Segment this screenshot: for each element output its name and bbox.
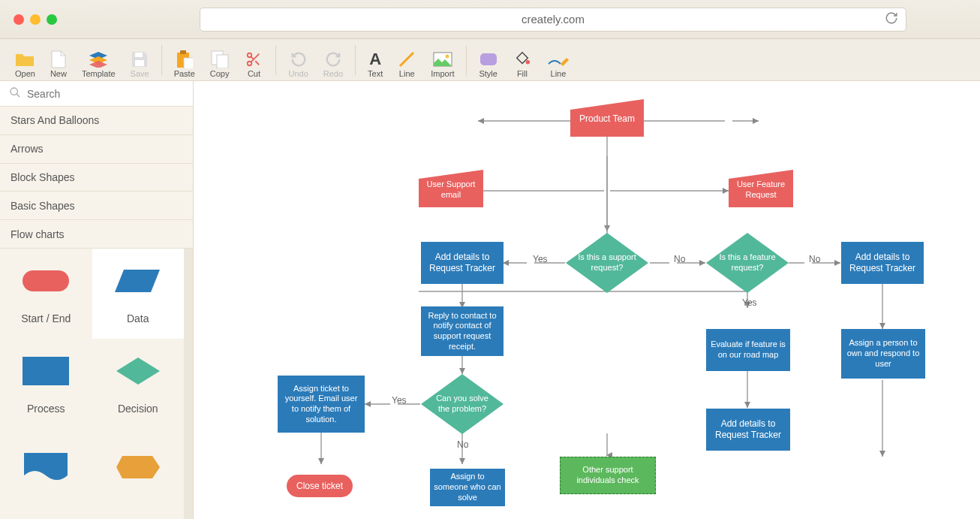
node-assign-person[interactable]: Assign a person to own and respond to us… [841,329,925,379]
node-feature-request-label: User Feature Request [729,174,793,206]
node-add-details-1[interactable]: Add details to Request Tracker [421,242,504,284]
pencil-line-icon [547,50,570,69]
node-assign-self[interactable]: Assign ticket to yourself. Email user to… [278,376,365,433]
cut-button[interactable]: Cut [236,42,271,78]
fill-button[interactable]: Fill [505,42,540,78]
line-icon [398,50,416,69]
node-can-solve[interactable]: Can you solve the problem? [421,374,504,434]
label-no-1: No [674,254,685,264]
node-is-support[interactable]: Is this a support request? [566,233,648,293]
node-other-support[interactable]: Other support individuals check [560,457,656,494]
url-text: creately.com [522,13,585,26]
close-window-button[interactable] [14,14,24,25]
svg-point-7 [248,53,252,57]
shape-palette: Start / End Data Process Decision [0,249,184,519]
main-toolbar: Open New Template Save Paste Copy Cut Un… [0,39,980,81]
import-button[interactable]: Import [423,42,461,78]
sidebar-scrollbar[interactable] [184,249,193,519]
node-product-team-label: Product Team [570,104,644,134]
save-icon [131,50,148,69]
page-icon [51,50,66,69]
clipboard-icon [176,50,193,69]
browser-titlebar: creately.com [0,0,980,39]
diagram-canvas[interactable]: Product Team User Support email User Fea… [194,81,980,519]
svg-rect-1 [135,60,144,66]
node-add-details-2[interactable]: Add details to Request Tracker [841,242,924,284]
shape-document[interactable] [0,429,92,519]
reload-icon[interactable] [885,11,898,27]
svg-point-11 [445,54,449,58]
paste-button[interactable]: Paste [167,42,203,78]
text-icon: A [369,50,381,69]
image-icon [433,50,452,69]
shape-library-sidebar: Stars And Balloons Arrows Block Shapes B… [0,81,194,519]
shape-display[interactable] [92,429,185,519]
svg-point-8 [248,61,252,65]
svg-line-9 [400,53,413,66]
label-no-2: No [809,254,820,264]
undo-button[interactable]: Undo [281,42,315,78]
svg-point-14 [11,88,17,95]
category-basic-shapes[interactable]: Basic Shapes [0,192,193,220]
window-controls [14,14,57,25]
copy-button[interactable]: Copy [203,42,237,78]
node-support-email-label: User Support email [419,174,483,206]
label-yes-3: Yes [392,395,407,406]
shape-start-end[interactable]: Start / End [0,249,92,339]
style-button[interactable]: Style [471,42,504,78]
shape-decision[interactable]: Decision [92,339,185,429]
folder-icon [15,50,35,69]
search-icon [9,86,21,101]
address-bar[interactable]: creately.com [200,8,906,32]
node-close-ticket[interactable]: Close ticket [287,475,353,497]
scissors-icon [244,50,263,69]
category-stars-balloons[interactable]: Stars And Balloons [0,107,193,135]
new-button[interactable]: New [43,42,74,78]
redo-icon [325,50,341,69]
shape-search [0,81,193,107]
category-block-shapes[interactable]: Block Shapes [0,164,193,192]
node-add-details-3[interactable]: Add details to Request Tracker [706,409,790,451]
line-tool-button[interactable]: Line [390,42,423,78]
search-input[interactable] [27,88,184,100]
line-style-button[interactable]: Line [540,42,577,78]
node-reply[interactable]: Reply to contact to notify contact of su… [421,306,504,356]
node-evaluate[interactable]: Evaluate if feature is on our road map [706,329,790,371]
svg-rect-3 [180,50,186,54]
node-assign-other[interactable]: Assign to someone who can solve [430,469,505,506]
shape-process[interactable]: Process [0,339,92,429]
redo-button[interactable]: Redo [316,42,350,78]
svg-rect-12 [480,53,497,65]
label-yes-2: Yes [742,297,757,308]
svg-rect-4 [184,58,193,68]
label-yes-1: Yes [533,254,548,264]
text-tool-button[interactable]: AText [360,42,390,78]
connector-layer [194,81,980,519]
shape-data[interactable]: Data [92,249,185,339]
layers-icon [89,50,108,69]
category-arrows[interactable]: Arrows [0,135,193,164]
zoom-window-button[interactable] [47,14,57,25]
open-button[interactable]: Open [8,42,43,78]
node-is-feature[interactable]: Is this a feature request? [706,233,789,293]
undo-icon [290,50,307,69]
svg-rect-0 [135,53,143,57]
category-flow-charts[interactable]: Flow charts [0,220,193,249]
bucket-icon [513,50,532,69]
minimize-window-button[interactable] [30,14,41,25]
svg-rect-6 [217,55,228,68]
save-button[interactable]: Save [123,42,157,78]
copy-icon [211,50,229,69]
style-icon [479,50,498,69]
template-button[interactable]: Template [74,42,123,78]
svg-point-13 [526,59,531,64]
label-no-3: No [457,439,468,450]
